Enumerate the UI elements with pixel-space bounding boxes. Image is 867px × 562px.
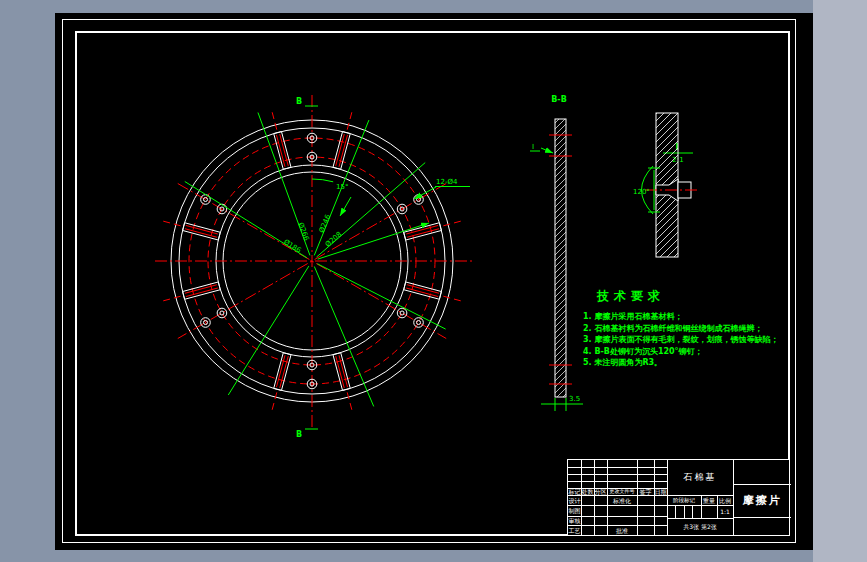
role-standardization: 标准化 bbox=[607, 495, 637, 505]
revision-col-sign: 签字 bbox=[637, 488, 654, 495]
stage-mark-label: 阶段标记 bbox=[667, 495, 701, 505]
slot-cap bbox=[404, 232, 406, 240]
revision-col-docno: 更改文件号 bbox=[607, 488, 637, 495]
part-name: 摩擦片 bbox=[733, 484, 791, 517]
dim-label: Ø266 bbox=[296, 221, 310, 242]
dim-label: Ø186 bbox=[282, 238, 303, 255]
detail-callout-leader bbox=[541, 148, 553, 153]
slot-cap bbox=[218, 282, 220, 290]
tech-requirement-item: 4. B-B处铆钉为沉头120°铆钉； bbox=[583, 346, 792, 358]
weight-label: 重量 bbox=[701, 495, 717, 505]
revision-col-count: 处数 bbox=[581, 488, 594, 495]
rivet-hole-center bbox=[400, 311, 404, 315]
slot-edge bbox=[333, 131, 343, 167]
slot-edge bbox=[281, 355, 291, 391]
countersink-angle-label: 120° bbox=[633, 188, 650, 196]
slot-centerline-stub bbox=[443, 221, 460, 226]
sheet-info: 共3张 第2张 bbox=[667, 518, 733, 535]
slot-cap bbox=[182, 223, 184, 231]
revision-col-zone: 分区 bbox=[594, 488, 607, 495]
slot-cap bbox=[404, 282, 406, 290]
slot-centerline-stub bbox=[272, 112, 277, 129]
role-process: 工艺 bbox=[568, 525, 581, 535]
material-name: 石棉基 bbox=[667, 460, 733, 495]
tech-requirement-item: 1. 摩擦片采用石棉基材料； bbox=[583, 311, 792, 323]
rivet-callout-leader bbox=[414, 187, 436, 199]
role-approve: 批准 bbox=[607, 525, 637, 535]
scale-label: 比例 bbox=[717, 495, 733, 505]
slot-centerline-stub bbox=[163, 296, 180, 301]
role-design: 设计 bbox=[568, 495, 581, 505]
tech-requirements-title: 技术要求 bbox=[597, 288, 792, 305]
slot-cap bbox=[218, 232, 220, 240]
slot-centerline-stub bbox=[163, 221, 180, 226]
slot-edge bbox=[406, 282, 442, 292]
slot-centerline-stub bbox=[347, 112, 352, 129]
rivet-hole bbox=[414, 318, 424, 328]
slot-cap bbox=[274, 131, 282, 133]
revision-col-mark: 标记 bbox=[568, 488, 581, 495]
technical-requirements: 技术要求 1. 摩擦片采用石棉基材料； 2. 石棉基衬料为石棉纤维和铜丝绕制成石… bbox=[583, 288, 792, 369]
dim-label: Ø208 bbox=[324, 230, 343, 248]
slot-edge bbox=[333, 355, 343, 391]
slot-centerline-stub bbox=[443, 296, 460, 301]
section-arrow-label-bottom: B bbox=[296, 430, 302, 439]
slot-centerline-stub bbox=[272, 392, 277, 409]
tech-requirement-item: 3. 摩擦片表面不得有毛刺，裂纹，划痕，锈蚀等缺陷； bbox=[583, 334, 792, 346]
slot-cap bbox=[182, 292, 184, 300]
slot-edge bbox=[182, 282, 218, 292]
slot-centerline-stub bbox=[347, 392, 352, 409]
tech-requirement-item: 2. 石棉基衬料为石棉纤维和铜丝绕制成石棉绳辫； bbox=[583, 323, 792, 335]
angle-dim-arc bbox=[312, 179, 333, 182]
slot-leader-arrow bbox=[340, 197, 351, 216]
slot-cap bbox=[333, 167, 341, 169]
slot-cap bbox=[343, 131, 351, 133]
slot-cap bbox=[283, 167, 291, 169]
rivet-hole bbox=[397, 308, 407, 318]
rivet-hole-center bbox=[417, 321, 421, 325]
slot-cap bbox=[343, 388, 351, 390]
front-view: Ø266Ø246Ø208Ø186 bbox=[155, 95, 472, 428]
section-arrow-label-top: B bbox=[296, 97, 302, 106]
title-block: 标记 处数 分区 更改文件号 签字 日期 设计 标准化 制图 审核 工艺 批准 … bbox=[567, 459, 790, 536]
revision-col-date: 日期 bbox=[654, 488, 667, 495]
section-strip bbox=[555, 119, 566, 397]
rivet-hole bbox=[217, 308, 227, 318]
slot-cap bbox=[439, 223, 441, 231]
cad-viewer-window: { "window": { "bg": "#8794a8", "right_st… bbox=[0, 0, 867, 562]
section-label: B-B bbox=[551, 95, 567, 104]
angle-dim-label: 15° bbox=[336, 183, 348, 191]
thickness-label: 3.5 bbox=[569, 395, 580, 403]
dim-label: Ø246 bbox=[318, 213, 333, 234]
detail-callout-label: I bbox=[532, 143, 534, 151]
slot-edge bbox=[404, 223, 440, 233]
detail-view: I 2:1 120° bbox=[633, 113, 700, 257]
slot-edge bbox=[341, 134, 351, 170]
section-view: B-B I 3.5 bbox=[530, 95, 583, 411]
role-check: 审核 bbox=[568, 516, 581, 525]
scale-value: 1:1 bbox=[717, 505, 733, 518]
slot-cap bbox=[283, 353, 291, 355]
rivet-hole-center bbox=[220, 311, 224, 315]
slot-cap bbox=[439, 292, 441, 300]
slot-edge bbox=[182, 230, 218, 240]
rivet-callout-label: 12-Ø4 bbox=[436, 178, 458, 186]
slot-cap bbox=[274, 388, 282, 390]
slot-cap bbox=[333, 353, 341, 355]
tech-requirement-item: 5. 未注明圆角为R3。 bbox=[583, 357, 792, 369]
slot-edge bbox=[281, 131, 291, 167]
slot-edge bbox=[406, 230, 442, 240]
role-draft: 制图 bbox=[568, 505, 581, 516]
